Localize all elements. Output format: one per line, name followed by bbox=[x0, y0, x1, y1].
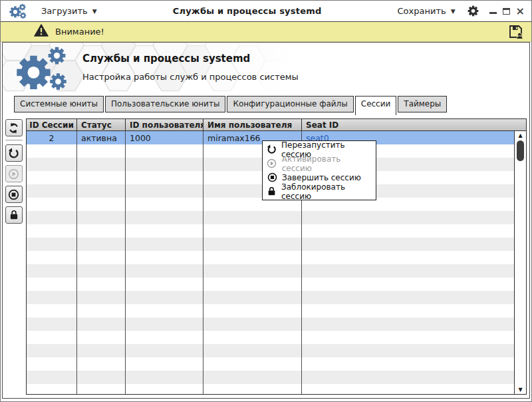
tab-user-units[interactable]: Пользовательские юниты bbox=[105, 96, 225, 112]
table-row bbox=[27, 357, 514, 371]
restart-session-button[interactable] bbox=[5, 144, 23, 162]
tab-timers[interactable]: Таймеры bbox=[398, 96, 447, 112]
settings-gear-button[interactable] bbox=[467, 5, 479, 17]
vertical-scrollbar[interactable]: ▲ ▼ bbox=[514, 131, 526, 394]
table-header-row: ID Сессии Статус ID пользователя Имя пол… bbox=[27, 119, 526, 131]
menu-item-lock-session[interactable]: Заблокировать сессию bbox=[263, 184, 376, 198]
table-row bbox=[27, 304, 514, 317]
restart-icon bbox=[267, 144, 277, 154]
titlebar: Загрузить ▼ Службы и процессы systemd Со… bbox=[1, 1, 531, 22]
scroll-down-icon[interactable]: ▼ bbox=[518, 385, 522, 394]
menu-item-label: Активировать сессию bbox=[282, 154, 372, 173]
column-header-seat-id[interactable]: Seat ID bbox=[302, 119, 526, 130]
column-header-user-name[interactable]: Имя пользователя bbox=[203, 119, 302, 130]
table-row bbox=[27, 331, 514, 344]
app-gears-logo bbox=[12, 46, 77, 96]
app-gears-icon bbox=[9, 3, 27, 20]
page-title: Службы и процессы systemd bbox=[82, 53, 299, 65]
refresh-icon bbox=[8, 122, 19, 134]
save-menu-label: Сохранить bbox=[398, 6, 446, 16]
table-row bbox=[27, 278, 514, 291]
save-menu-button[interactable]: Сохранить ▼ bbox=[398, 6, 456, 16]
tab-bar: Системные юниты Пользовательские юниты К… bbox=[3, 96, 529, 116]
cell-user-id: 1000 bbox=[126, 131, 203, 144]
refresh-sessions-button[interactable] bbox=[5, 119, 23, 136]
page-subtitle: Настройка работы служб и процессов систе… bbox=[82, 72, 299, 82]
play-circle-icon bbox=[8, 168, 19, 180]
stop-circle-icon bbox=[267, 172, 277, 182]
page-header: Службы и процессы systemd Настройка рабо… bbox=[3, 43, 529, 96]
table-row bbox=[27, 344, 514, 357]
lock-session-button[interactable] bbox=[5, 206, 23, 224]
play-circle-icon bbox=[267, 158, 277, 168]
column-header-user-id[interactable]: ID пользователя bbox=[126, 119, 203, 130]
toolbar-separator bbox=[5, 140, 23, 141]
scroll-up-icon[interactable]: ▲ bbox=[518, 131, 522, 140]
warning-triangle-icon bbox=[34, 24, 49, 39]
maximize-button[interactable] bbox=[503, 8, 510, 15]
cell-status: активна bbox=[77, 131, 126, 144]
menu-item-activate-session: Активировать сессию bbox=[263, 156, 376, 170]
scrollbar-thumb[interactable] bbox=[517, 140, 524, 161]
chevron-down-icon: ▼ bbox=[451, 8, 456, 15]
close-button[interactable]: × bbox=[516, 7, 525, 16]
minimize-button[interactable] bbox=[489, 12, 497, 14]
table-row bbox=[27, 211, 514, 224]
sessions-panel: ID Сессии Статус ID пользователя Имя пол… bbox=[3, 116, 529, 398]
table-row bbox=[27, 264, 514, 278]
table-row bbox=[27, 291, 514, 304]
content-frame: Службы и процессы systemd Настройка рабо… bbox=[2, 42, 530, 399]
column-header-status[interactable]: Статус bbox=[77, 119, 126, 130]
tab-config-files[interactable]: Конфигурационные файлы bbox=[227, 96, 353, 112]
menu-item-label: Завершить сессию bbox=[282, 173, 361, 182]
restart-icon bbox=[8, 148, 19, 159]
window-title: Службы и процессы systemd bbox=[97, 6, 398, 16]
terminate-session-button[interactable] bbox=[5, 186, 23, 203]
menu-item-label: Заблокировать сессию bbox=[281, 182, 372, 201]
load-menu-label: Загрузить bbox=[41, 6, 88, 16]
session-context-menu: Перезапустить сессию Активировать сессию… bbox=[262, 140, 376, 200]
warning-text: Внимание! bbox=[55, 27, 104, 37]
table-row bbox=[27, 224, 514, 238]
lock-icon bbox=[9, 210, 19, 220]
column-header-session-id[interactable]: ID Сессии bbox=[27, 119, 77, 130]
cell-session-id: 2 bbox=[27, 131, 77, 144]
warning-banner: Внимание! bbox=[1, 22, 531, 42]
tab-sessions[interactable]: Сессии bbox=[355, 96, 397, 115]
save-session-state-icon[interactable] bbox=[508, 24, 523, 39]
table-row bbox=[27, 238, 514, 251]
app-window: Загрузить ▼ Службы и процессы systemd Со… bbox=[0, 0, 532, 402]
window-controls: × bbox=[489, 7, 525, 16]
table-row bbox=[27, 251, 514, 264]
load-menu-button[interactable]: Загрузить ▼ bbox=[41, 6, 97, 16]
activate-session-button bbox=[5, 165, 23, 182]
table-row bbox=[27, 371, 514, 384]
lock-icon bbox=[267, 186, 277, 196]
table-row bbox=[27, 384, 514, 394]
tab-system-units[interactable]: Системные юниты bbox=[14, 96, 104, 112]
stop-circle-icon bbox=[8, 189, 19, 200]
session-toolbar bbox=[3, 116, 25, 398]
chevron-down-icon: ▼ bbox=[92, 8, 97, 15]
table-row bbox=[27, 317, 514, 331]
